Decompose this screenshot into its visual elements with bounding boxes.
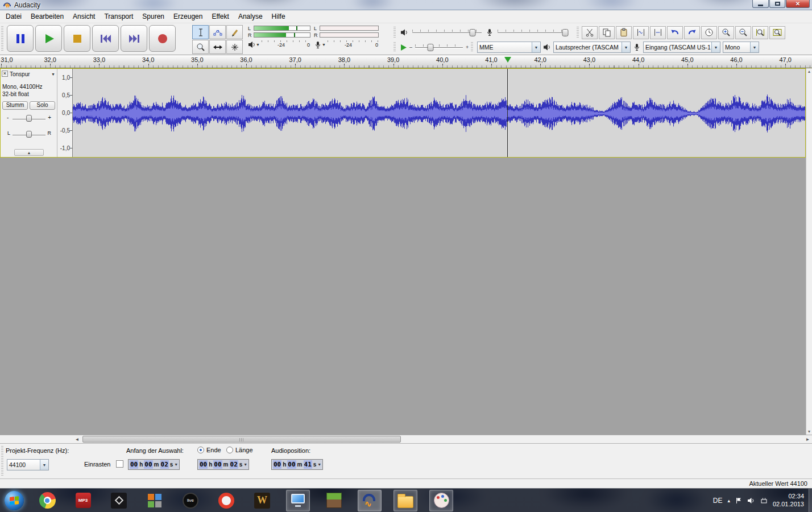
timefield-dropdown-arrow[interactable]: ▼ [317, 463, 321, 466]
multi-tool-button[interactable] [226, 40, 243, 54]
taskbar-computer[interactable] [286, 490, 310, 511]
minimize-button[interactable] [752, 0, 769, 8]
selection-tool-button[interactable] [192, 25, 209, 39]
maximize-button[interactable] [769, 0, 785, 8]
taskbar-mp3-app[interactable]: MP3 [71, 490, 95, 511]
undo-button[interactable] [667, 26, 683, 39]
start-button[interactable] [5, 491, 24, 510]
title-bar[interactable]: Audacity ✕ [0, 0, 812, 10]
radio-length-circle[interactable] [226, 447, 233, 453]
waveform-display[interactable] [73, 69, 805, 157]
redo-button[interactable] [684, 26, 700, 39]
track-area[interactable]: × Tonspur ▼ Mono, 44100Hz 32-bit float S… [0, 68, 812, 443]
taskbar-ableton-live[interactable]: live [179, 490, 202, 511]
menu-spuren[interactable]: Spuren [138, 11, 169, 22]
copy-button[interactable] [599, 26, 615, 39]
menu-analyse[interactable]: Analyse [234, 11, 267, 22]
clock[interactable]: 02:34 02.01.2013 [773, 493, 804, 509]
toolbar-grip[interactable] [1, 446, 3, 476]
gain-slider[interactable]: - + [2, 113, 56, 123]
zoom-out-button[interactable] [735, 26, 751, 39]
speed-thumb[interactable] [428, 44, 434, 51]
scroll-down-arrow-icon[interactable]: ▼ [806, 430, 812, 433]
mute-button[interactable]: Stumm [2, 101, 28, 110]
zoom-in-button[interactable] [718, 26, 734, 39]
snap-to-checkbox[interactable] [116, 460, 123, 468]
taskbar-explorer[interactable] [393, 490, 417, 511]
horizontal-scroll-thumb[interactable] [82, 436, 401, 443]
input-device-dropdown[interactable]: Eingang (TASCAM US-1 ▼ [643, 42, 720, 53]
gain-thumb[interactable] [26, 115, 32, 122]
horizontal-scrollbar[interactable]: ◄ ► [0, 435, 812, 443]
tray-expand-arrow-icon[interactable]: ▴ [727, 498, 730, 503]
skip-to-end-button[interactable] [121, 25, 147, 52]
track-collapse-button[interactable]: ▲ [14, 149, 44, 156]
toolbar-grip[interactable] [1, 26, 3, 51]
volume-icon[interactable] [747, 497, 755, 504]
scroll-left-arrow-icon[interactable]: ◄ [73, 435, 81, 443]
play-at-speed-icon[interactable] [399, 43, 408, 52]
stop-button[interactable] [64, 25, 90, 52]
skip-to-start-button[interactable] [92, 25, 119, 52]
close-button[interactable]: ✕ [786, 0, 810, 8]
taskbar-skyrim[interactable] [107, 490, 131, 511]
fit-project-button[interactable] [769, 26, 785, 39]
trim-audio-button[interactable] [633, 26, 649, 39]
audio-position-field[interactable]: 00h00m41s▼ [271, 459, 323, 470]
taskbar-chrome[interactable] [35, 490, 59, 511]
taskbar-wow[interactable]: W [250, 490, 274, 511]
scroll-up-arrow-icon[interactable]: ▲ [806, 68, 812, 73]
taskbar-paint[interactable] [429, 490, 453, 511]
output-volume-thumb[interactable] [470, 29, 476, 36]
pause-button[interactable] [7, 25, 34, 52]
timefield-dropdown-arrow[interactable]: ▼ [243, 463, 247, 466]
flag-icon[interactable] [735, 497, 742, 504]
playhead-triangle[interactable] [504, 57, 511, 63]
play-button[interactable] [35, 25, 62, 52]
radio-end-circle[interactable] [197, 447, 204, 453]
menu-effekt[interactable]: Effekt [207, 11, 233, 22]
paste-button[interactable] [616, 26, 632, 39]
playback-meter[interactable]: L R ▼ -24 [248, 25, 310, 49]
track-title-menu[interactable]: Tonspur ▼ [10, 71, 55, 78]
selection-end-field[interactable]: 00h00m02s▼ [197, 459, 249, 470]
radio-end[interactable]: Ende [197, 447, 221, 453]
project-rate-dropdown[interactable]: 44100 ▼ [7, 459, 49, 470]
draw-tool-button[interactable] [226, 25, 243, 39]
envelope-tool-button[interactable] [209, 25, 226, 39]
recording-meter[interactable]: L R ▼ -24 0 [314, 25, 379, 49]
scroll-right-arrow-icon[interactable]: ► [803, 435, 812, 443]
power-plug-icon[interactable] [760, 497, 768, 504]
sync-lock-button[interactable] [701, 26, 717, 39]
output-device-dropdown[interactable]: Lautsprecher (TASCAM ▼ [553, 42, 631, 53]
taskbar-audacity[interactable]: ∿ [358, 490, 382, 511]
pan-slider[interactable]: L R [2, 129, 56, 139]
show-desktop-button[interactable] [809, 489, 812, 512]
toolbar-grip[interactable] [393, 27, 396, 38]
time-shift-tool-button[interactable] [209, 40, 226, 54]
taskbar-minecraft[interactable] [322, 490, 346, 511]
input-channels-dropdown[interactable]: Mono ▼ [723, 42, 759, 53]
radio-length[interactable]: Länge [226, 447, 253, 453]
vertical-scrollbar[interactable]: ▲ ▼ [806, 68, 812, 435]
input-volume-thumb[interactable] [562, 29, 568, 36]
timefield-dropdown-arrow[interactable]: ▼ [174, 463, 178, 466]
timeline-ruler[interactable]: 31,032,033,034,035,036,037,038,039,040,0… [0, 55, 812, 68]
vertical-ruler[interactable]: 1,00,50,0-0,5-1,0 [57, 69, 73, 157]
zoom-tool-button[interactable] [192, 40, 209, 54]
menu-bearbeiten[interactable]: Bearbeiten [26, 11, 68, 22]
toolbar-grip[interactable] [393, 42, 396, 52]
selection-start-field[interactable]: 00h00m02s▼ [128, 459, 180, 470]
pan-thumb[interactable] [26, 131, 32, 138]
taskbar-office-app[interactable] [143, 490, 167, 511]
menu-ansicht[interactable]: Ansicht [68, 11, 100, 22]
output-volume-slider[interactable] [411, 28, 483, 37]
toolbar-grip[interactable] [577, 27, 579, 38]
fit-selection-button[interactable] [752, 26, 768, 39]
audio-host-dropdown[interactable]: MME ▼ [477, 42, 541, 53]
playback-speed-slider[interactable] [414, 43, 464, 52]
input-volume-slider[interactable] [496, 28, 568, 37]
taskbar-opera[interactable] [214, 490, 238, 511]
language-indicator[interactable]: DE [713, 497, 723, 505]
toolbar-grip[interactable] [471, 42, 473, 52]
